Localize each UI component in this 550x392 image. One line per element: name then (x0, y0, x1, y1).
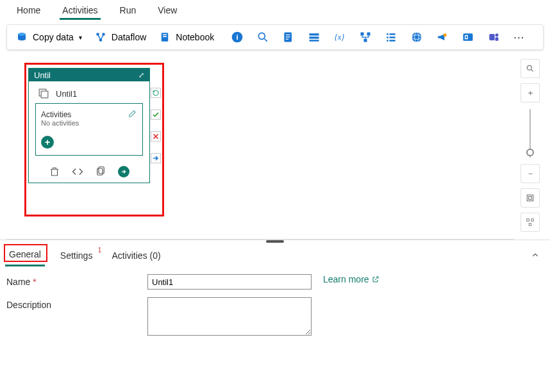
delete-icon[interactable] (49, 166, 60, 177)
node-footer-actions (29, 162, 149, 183)
svg-rect-16 (310, 33, 319, 35)
copy-node-icon[interactable] (95, 166, 106, 177)
outlook-icon[interactable] (462, 31, 474, 44)
svg-rect-18 (310, 40, 319, 41)
no-activities-label: No activities (41, 119, 137, 127)
dataflow-icon (95, 31, 106, 43)
collapse-panel-icon[interactable] (531, 250, 540, 261)
dependency-handle-completion[interactable] (151, 153, 161, 163)
svg-rect-22 (364, 39, 367, 42)
properties-tabs: General Settings 1 Activities (0) (0, 241, 550, 266)
canvas-controls-rail: ＋ － (521, 59, 540, 232)
run-node-icon[interactable] (118, 166, 129, 177)
svg-rect-46 (529, 197, 532, 200)
svg-rect-24 (390, 33, 396, 35)
notebook-button[interactable]: Notebook (155, 29, 218, 45)
svg-rect-38 (496, 37, 499, 41)
info-icon[interactable]: i (231, 31, 244, 44)
svg-point-29 (412, 33, 422, 42)
tab-settings[interactable]: Settings 1 (56, 247, 97, 266)
svg-text:i: i (237, 33, 238, 41)
canvas-area[interactable]: Until ⤢ Until1 Activities No activities … (6, 54, 544, 240)
svg-rect-36 (490, 34, 495, 40)
database-icon (16, 31, 28, 43)
svg-point-43 (527, 65, 531, 70)
node-name: Until1 (56, 89, 77, 99)
description-field-label: Description (6, 297, 147, 310)
svg-line-44 (531, 70, 533, 72)
zoom-out-button[interactable]: － (521, 164, 540, 183)
svg-point-32 (444, 33, 447, 37)
node-header[interactable]: Until ⤢ (29, 69, 149, 81)
variable-x-icon[interactable]: {x} (333, 31, 346, 44)
tab-settings-label: Settings (60, 250, 93, 261)
dependency-handle-success[interactable] (151, 110, 161, 120)
svg-rect-41 (97, 168, 103, 176)
svg-rect-45 (527, 195, 533, 200)
dataflow-label: Dataflow (112, 32, 146, 42)
external-link-icon (372, 275, 379, 283)
add-activity-button[interactable]: + (41, 136, 54, 149)
dataflow-button[interactable]: Dataflow (91, 29, 150, 45)
svg-text:{x}: {x} (335, 33, 345, 42)
name-input[interactable] (147, 274, 312, 290)
until-activity-node[interactable]: Until ⤢ Until1 Activities No activities … (28, 68, 150, 183)
name-field-label: Name* (6, 274, 147, 287)
zoom-slider[interactable] (529, 109, 531, 158)
copy-data-button[interactable]: Copy data ▾ (12, 29, 86, 45)
globe-icon[interactable] (410, 31, 423, 44)
svg-point-1 (18, 33, 26, 36)
settings-warning-badge: 1 (98, 247, 102, 254)
search-magnify-icon[interactable] (256, 31, 269, 44)
pipeline-branch-icon[interactable] (359, 31, 372, 44)
auto-layout-icon[interactable] (521, 213, 540, 232)
ribbon-tabs: Home Activities Run View (0, 0, 550, 20)
zoom-thumb[interactable] (526, 149, 534, 156)
activities-heading: Activities (41, 110, 137, 119)
properties-panel: General Settings 1 Activities (0) Name* … (0, 240, 550, 384)
svg-point-10 (259, 33, 265, 39)
name-label-text: Name (6, 277, 30, 287)
toolbar-extra-icons: i {x} ··· (231, 31, 526, 44)
svg-rect-28 (390, 40, 396, 41)
tab-general[interactable]: General (5, 245, 45, 266)
svg-rect-40 (41, 91, 48, 98)
code-view-icon[interactable] (72, 166, 83, 177)
svg-rect-23 (387, 33, 389, 35)
learn-more-link[interactable]: Learn more (323, 274, 379, 284)
tab-view[interactable]: View (155, 4, 179, 20)
dependency-handle-fail[interactable] (151, 131, 161, 142)
table-icon[interactable] (308, 31, 321, 44)
dependency-handle-skip[interactable] (151, 88, 161, 98)
tab-home[interactable]: Home (14, 4, 43, 20)
required-star-icon: * (33, 277, 36, 287)
copy-data-label: Copy data (33, 32, 74, 42)
inner-activities-box[interactable]: Activities No activities + (35, 103, 143, 156)
svg-rect-21 (367, 33, 371, 36)
node-type-label: Until (34, 70, 51, 80)
tab-run[interactable]: Run (117, 4, 139, 20)
svg-rect-7 (163, 37, 167, 38)
tab-activities-list[interactable]: Activities (0) (108, 247, 164, 266)
fit-screen-icon[interactable] (521, 188, 540, 208)
svg-rect-14 (286, 37, 290, 37)
canvas-search-icon[interactable] (521, 59, 540, 78)
megaphone-icon[interactable] (436, 31, 449, 44)
more-ellipsis-icon[interactable]: ··· (513, 31, 526, 44)
svg-rect-48 (531, 219, 534, 222)
svg-line-11 (265, 39, 267, 42)
learn-more-text: Learn more (323, 274, 369, 284)
svg-rect-25 (387, 37, 389, 38)
svg-rect-6 (163, 35, 167, 36)
ribbon-toolbar: Copy data ▾ Dataflow Notebook i {x} (6, 24, 544, 50)
list-icon[interactable] (385, 31, 397, 44)
description-textarea[interactable] (147, 297, 312, 336)
svg-rect-42 (99, 167, 104, 174)
script-icon[interactable] (282, 31, 295, 44)
zoom-in-button[interactable]: ＋ (521, 83, 540, 102)
svg-rect-49 (529, 224, 531, 226)
tab-activities[interactable]: Activities (60, 4, 100, 20)
teams-icon[interactable] (487, 31, 500, 44)
expand-icon[interactable]: ⤢ (138, 71, 144, 79)
edit-activities-icon[interactable] (128, 109, 137, 120)
